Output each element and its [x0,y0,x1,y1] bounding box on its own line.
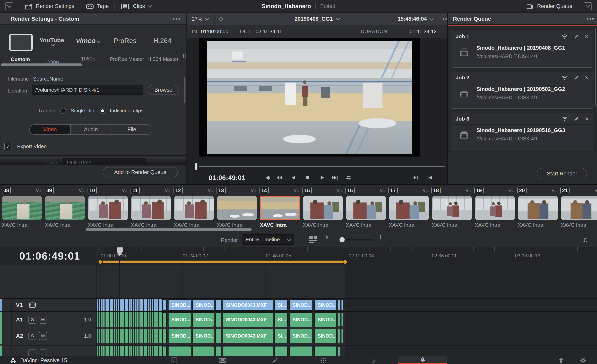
preset-name-partial[interactable]: H [183,53,187,59]
timeline-clip[interactable]: SINODO0043.MXF [223,329,274,343]
zoom-in-button[interactable] [380,235,381,240]
more-options-icon[interactable] [443,18,444,20]
clip-thumbnail[interactable] [131,196,171,220]
clip-cell-selected[interactable]: 14V1XAVC Intra [259,185,302,232]
clip-thumbnail[interactable] [45,196,85,220]
clip-cell[interactable]: 12V1XAVC Intra [173,185,217,232]
timeline-clip[interactable] [289,346,313,356]
render-queue-button[interactable]: Render Queue [526,3,572,10]
timeline-view-icon[interactable] [308,235,318,244]
timeline-clip[interactable]: SINODO0043.MXF [223,299,274,311]
timeline-clip[interactable] [314,346,337,356]
remote-render-icon[interactable] [561,75,568,81]
timeline-clip[interactable] [162,299,167,311]
solo-button[interactable]: S [28,316,36,324]
timeline-clip[interactable] [162,312,167,327]
range-start-handle[interactable] [98,260,103,264]
clip-thumbnail[interactable] [389,196,429,220]
timeline-clip[interactable]: SINOD... [168,299,191,311]
single-clip-radio[interactable] [60,108,66,114]
panel-toggle-right-icon[interactable] [584,2,592,10]
clip-cell[interactable]: 08V1XAVC Intra [2,185,45,232]
timeline-clip[interactable]: SINOD... [314,329,337,343]
settings-gear-icon[interactable] [575,356,591,364]
timeline-clip[interactable] [341,312,343,327]
render-settings-button[interactable]: Render Settings [25,3,74,10]
timeline-clip[interactable]: SINOD... [192,329,214,343]
clip-thumbnail[interactable] [518,196,558,220]
clip-thumbnail[interactable] [217,196,257,220]
mute-button[interactable]: M [39,316,47,324]
individual-clips-radio[interactable] [100,108,105,114]
timeline-clip[interactable] [338,346,340,356]
timeline-clip[interactable]: SINOD... [289,299,313,311]
timeline-clip[interactable]: SINOD... [314,299,337,311]
track-header[interactable]: A1 S M 1.0 [0,312,96,328]
clip-thumbnail[interactable] [174,196,214,220]
clip-cell[interactable]: 18V1XAVC Intra [432,185,474,232]
add-to-render-queue-button[interactable]: Add to Render Queue [103,167,178,178]
timeline-clips-dense[interactable] [97,312,162,327]
page-color-button[interactable] [315,356,331,364]
browse-button[interactable]: Browse [148,85,179,95]
mute-button[interactable]: M [39,332,47,340]
timeline-clip[interactable] [341,329,343,343]
timeline-clip[interactable] [275,346,288,356]
page-fusion-button[interactable] [267,356,283,364]
timeline-clip[interactable]: SINODO0043.MXF [223,312,274,327]
viewer-zoom-dropdown[interactable]: 27% [187,13,215,25]
render-range-bar[interactable] [100,261,345,263]
presets-scrollbar[interactable] [1,63,82,66]
mute-icon[interactable] [265,174,273,182]
tab-audio[interactable]: Audio [70,125,111,134]
delete-job-icon[interactable]: × [585,33,589,39]
track-level[interactable]: 1.0 [84,317,91,323]
clip-thumbnail[interactable] [561,196,597,220]
clip-thumbnail[interactable] [88,196,128,220]
preset-prores[interactable]: ProRes ProRes Master [110,37,141,62]
edit-job-icon[interactable] [574,34,579,39]
clip-thumbnail[interactable] [260,196,300,220]
range-end-handle[interactable] [343,260,347,264]
clip-thumbnail[interactable] [346,196,386,220]
timeline-clip[interactable]: SINOD... [192,299,214,311]
solo-button[interactable] [28,349,36,356]
clip-thumbnail[interactable] [432,196,472,220]
timeline-clip[interactable] [216,299,221,311]
track-header[interactable]: V1 [0,299,96,311]
timeline-clip[interactable]: SI... [275,329,288,343]
page-deliver-button-active[interactable] [398,356,447,364]
timeline-clip[interactable] [223,346,274,356]
clips-button[interactable]: Clips [120,3,151,10]
clip-cell[interactable]: 09V1XAVC Intra [45,185,87,232]
clip-cell[interactable]: 11V1XAVC Intra [131,185,173,232]
timeline-clip[interactable] [341,299,343,311]
queue-scrollbar[interactable] [595,28,596,106]
scrub-bar[interactable] [199,166,445,167]
timeline-clip[interactable] [192,346,214,356]
tape-button[interactable]: Tape [86,3,109,10]
timeline-clip[interactable] [338,312,340,327]
go-to-end-icon[interactable] [331,174,339,182]
preset-vimeo[interactable]: vimeo 1080p [73,37,103,62]
project-manager-icon[interactable] [553,356,569,364]
clip-cell[interactable]: 17V1XAVC Intra [388,185,432,232]
tab-video[interactable]: Video [30,125,70,134]
audio-timeline-icon[interactable]: ♫ [582,235,588,244]
timeline-clip[interactable] [162,329,167,343]
more-options-icon[interactable] [587,18,588,20]
edit-job-icon[interactable] [574,116,579,122]
zoom-slider-handle[interactable] [339,237,345,242]
play-reverse-icon[interactable] [289,174,297,182]
render-range-dropdown[interactable]: Entire Timeline [242,234,294,245]
page-media-button[interactable] [166,356,182,364]
clip-cell[interactable]: 10V1XAVC Intra [87,185,131,232]
timeline-ruler-ticks[interactable] [100,247,591,251]
clip-thumbnail[interactable] [303,196,343,220]
viewer-timecode-dropdown[interactable]: 15:48:46:04 [398,16,433,22]
preset-h264[interactable]: H.264 H.264 Master [148,37,177,62]
timeline-clip[interactable]: SI... [275,299,288,311]
solo-button[interactable]: S [28,332,36,340]
loop-icon[interactable] [345,174,353,182]
tab-file[interactable]: File [111,125,152,134]
